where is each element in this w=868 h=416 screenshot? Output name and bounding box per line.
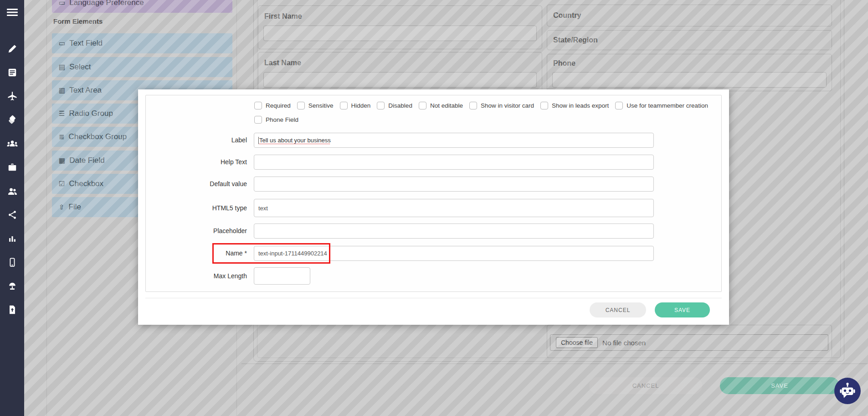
text-cursor [258, 137, 259, 144]
mobile-icon[interactable] [0, 254, 24, 271]
modal-footer-divider [145, 298, 722, 298]
app-window: ▭ Language Preference Form Elements ▭Tex… [0, 0, 868, 416]
show-in-leads-export-checkbox[interactable]: Show in leads export [540, 102, 609, 109]
checkbox-label: Show in visitor card [481, 102, 534, 109]
airplane-icon[interactable] [0, 88, 24, 105]
briefcase-icon[interactable] [0, 159, 24, 176]
lamp-icon[interactable] [0, 277, 24, 295]
checkbox-icon[interactable] [340, 102, 348, 109]
checkbox-label: Disabled [388, 102, 412, 109]
checkbox-icon[interactable] [377, 102, 385, 109]
checkbox-icon[interactable] [469, 102, 477, 109]
sensitive-checkbox[interactable]: Sensitive [297, 102, 334, 109]
checkbox-label: Hidden [351, 102, 371, 109]
disabled-checkbox[interactable]: Disabled [377, 102, 412, 109]
checkbox-icon[interactable] [297, 102, 305, 109]
checkbox-icon[interactable] [615, 102, 623, 109]
checkbox-options-row-2: Phone Field [254, 116, 305, 124]
checkbox-options-row-1: Required Sensitive Hidden Disabled Not e… [254, 102, 714, 109]
help-text-input[interactable] [254, 155, 654, 170]
checkbox-label: Sensitive [308, 102, 334, 109]
html5-type-field-label: HTML5 type [146, 199, 247, 217]
file-upload-icon[interactable] [0, 301, 24, 318]
max-length-input[interactable] [254, 267, 310, 285]
bar-chart-icon[interactable] [0, 230, 24, 247]
label-input-value: Tell us about your business [259, 137, 331, 144]
phone-field-checkbox[interactable]: Phone Field [254, 116, 298, 124]
chatbot-widget-icon[interactable] [834, 378, 861, 404]
pencil-icon[interactable] [0, 40, 24, 57]
html5-type-select[interactable]: text [254, 199, 654, 217]
label-input[interactable]: Tell us about your business [254, 133, 654, 148]
placeholder-field-label: Placeholder [146, 224, 247, 239]
hamburger-menu-icon[interactable] [0, 4, 24, 21]
team-icon[interactable] [0, 135, 24, 152]
field-settings-modal: Required Sensitive Hidden Disabled Not e… [138, 89, 729, 325]
checkbox-icon[interactable] [254, 102, 262, 109]
name-field-highlight [212, 243, 330, 264]
modal-save-button[interactable]: SAVE [655, 302, 710, 317]
checkbox-label: Not editable [430, 102, 463, 109]
checkbox-icon[interactable] [254, 116, 262, 124]
checkbox-icon[interactable] [419, 102, 426, 109]
not-editable-checkbox[interactable]: Not editable [419, 102, 463, 109]
hidden-checkbox[interactable]: Hidden [340, 102, 371, 109]
contacts-icon[interactable] [0, 182, 24, 200]
checkbox-label: Required [266, 102, 291, 109]
icon-sidebar [0, 0, 24, 416]
default-value-field-label: Default value [146, 177, 247, 192]
placeholder-input[interactable] [254, 224, 654, 239]
show-in-visitor-card-checkbox[interactable]: Show in visitor card [469, 102, 534, 109]
tags-icon[interactable] [0, 111, 24, 129]
form-icon[interactable] [0, 64, 24, 81]
checkbox-icon[interactable] [540, 102, 548, 109]
use-for-teammember-creation-checkbox[interactable]: Use for teammember creation [615, 102, 708, 109]
checkbox-label: Phone Field [266, 116, 298, 123]
required-checkbox[interactable]: Required [254, 102, 291, 109]
checkbox-label: Show in leads export [552, 102, 609, 109]
checkbox-label: Use for teammember creation [627, 102, 708, 109]
help-text-field-label: Help Text [146, 155, 247, 170]
default-value-input[interactable] [254, 177, 654, 192]
share-icon[interactable] [0, 206, 24, 224]
html5-type-value: text [258, 205, 268, 212]
max-length-field-label: Max Length [146, 267, 247, 285]
label-field-label: Label [146, 133, 247, 148]
modal-cancel-button[interactable]: CANCEL [590, 302, 646, 317]
